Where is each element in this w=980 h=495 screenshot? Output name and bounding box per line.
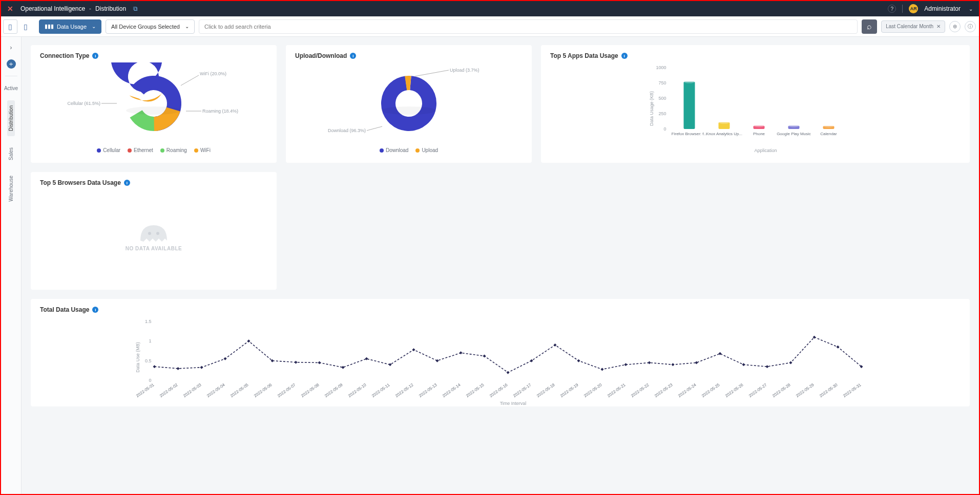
svg-point-29	[788, 124, 800, 127]
svg-text:2022-05-07: 2022-05-07	[277, 382, 297, 398]
svg-text:250: 250	[658, 111, 666, 116]
svg-rect-19	[684, 82, 695, 129]
svg-point-35	[148, 232, 151, 235]
device-group-label: All Device Groups Selected	[111, 24, 180, 30]
svg-text:2022-05-29: 2022-05-29	[795, 382, 815, 398]
add-icon[interactable]: ＋	[7, 59, 16, 69]
svg-text:2022-05-30: 2022-05-30	[819, 382, 839, 398]
info-icon[interactable]: i	[124, 180, 130, 186]
divider	[5, 76, 17, 76]
slice-label-wifi: WiFi (20.0%)	[200, 71, 226, 76]
svg-text:0: 0	[149, 378, 151, 383]
sidebar-item-warehouse[interactable]: Warehouse	[8, 171, 14, 206]
main-content: Connection Type i	[22, 37, 979, 494]
avatar[interactable]: AR	[909, 4, 918, 13]
svg-text:2022-05-13: 2022-05-13	[418, 382, 438, 398]
svg-text:750: 750	[658, 80, 666, 85]
svg-text:2022-05-06: 2022-05-06	[253, 382, 273, 398]
svg-text:2022-05-03: 2022-05-03	[182, 382, 202, 398]
info-icon[interactable]: i	[621, 53, 628, 59]
svg-text:2022-05-11: 2022-05-11	[371, 382, 391, 398]
svg-point-26	[754, 124, 765, 127]
card-title: Top 5 Apps Data Usage	[550, 52, 618, 59]
svg-text:2022-05-08: 2022-05-08	[300, 382, 320, 398]
svg-text:2022-05-09: 2022-05-09	[324, 382, 344, 398]
expand-icon[interactable]: ›	[6, 42, 16, 52]
svg-text:2022-05-10: 2022-05-10	[347, 382, 367, 398]
svg-text:2022-05-27: 2022-05-27	[748, 382, 768, 398]
smartphone-icon[interactable]: ▯	[3, 19, 17, 34]
svg-text:Time Interval: Time Interval	[500, 401, 527, 406]
svg-point-4	[126, 106, 181, 115]
filter-icon[interactable]: ⊜	[949, 21, 961, 32]
search-field[interactable]	[199, 19, 858, 34]
chevron-down-icon: ⌄	[92, 24, 96, 29]
sidebar-item-sales[interactable]: Sales	[8, 143, 14, 164]
no-data-text: NO DATA AVAILABLE	[126, 246, 182, 251]
svg-text:2022-05-05: 2022-05-05	[230, 382, 249, 398]
app-name: Operational Intelligence	[20, 5, 85, 12]
info-icon[interactable]: i	[92, 53, 98, 59]
svg-text:Google Play Music: Google Play Music	[777, 132, 811, 136]
no-data-placeholder: NO DATA AVAILABLE	[40, 189, 267, 282]
bar-chart-top-apps: Data Usage (KB) 02505007501000 Firefox B…	[550, 62, 961, 155]
search-button[interactable]: ⌕	[862, 19, 877, 34]
svg-text:2022-05-25: 2022-05-25	[701, 382, 721, 398]
svg-point-36	[156, 232, 159, 235]
card-total-data-usage: Total Data Usage i Data Use (MB) 00.511.…	[31, 299, 970, 406]
svg-text:Data Usage (KB): Data Usage (KB)	[649, 91, 654, 126]
svg-text:0.5: 0.5	[145, 358, 152, 363]
chevron-down-icon: ⌄	[185, 24, 189, 29]
svg-text:2022-05-22: 2022-05-22	[630, 382, 650, 398]
svg-text:2022-05-20: 2022-05-20	[583, 382, 603, 398]
device-group-select[interactable]: All Device Groups Selected ⌄	[106, 19, 195, 34]
svg-text:0: 0	[663, 126, 666, 132]
chevron-down-icon[interactable]: ⌄	[969, 6, 973, 12]
sidebar-item-distribution[interactable]: Distribution	[7, 100, 15, 136]
svg-text:2022-05-04: 2022-05-04	[206, 382, 226, 398]
card-title: Top 5 Browsers Data Usage	[40, 179, 121, 186]
svg-text:Firefox Browser: f...: Firefox Browser: f...	[672, 132, 707, 136]
card-title: Total Data Usage	[40, 306, 89, 313]
svg-text:2022-05-17: 2022-05-17	[512, 382, 532, 398]
svg-text:2022-05-24: 2022-05-24	[677, 382, 697, 398]
close-icon[interactable]: ✕	[936, 24, 941, 29]
info-icon[interactable]: i	[350, 53, 356, 59]
line-chart-total: Data Use (MB) 00.511.52022-05-012022-05-…	[40, 316, 961, 406]
user-name[interactable]: Administrator	[924, 5, 961, 12]
time-range-pill[interactable]: Last Calendar Month ✕	[881, 20, 945, 33]
svg-text:2022-05-02: 2022-05-02	[159, 382, 179, 398]
slice-label-download: Download (96.3%)	[328, 128, 366, 133]
breadcrumb-sep: -	[89, 5, 91, 12]
svg-text:2022-05-15: 2022-05-15	[465, 382, 485, 398]
bar-chart-icon: ▮▮▮	[45, 23, 54, 30]
card-top-apps: Top 5 Apps Data Usage i Data Usage (KB) …	[541, 45, 970, 163]
info-icon[interactable]: i	[92, 307, 98, 313]
svg-text:2022-05-23: 2022-05-23	[654, 382, 674, 398]
svg-text:500: 500	[658, 96, 666, 101]
slice-label-cellular: Cellular (61.5%)	[67, 101, 100, 106]
svg-line-6	[181, 75, 199, 85]
sidebar-section-header: Active	[4, 83, 18, 93]
svg-text:1.5: 1.5	[145, 319, 152, 324]
svg-point-32	[823, 124, 835, 127]
app-header: ✕ Operational Intelligence - Distributio…	[1, 1, 979, 16]
search-icon: ⌕	[867, 22, 872, 31]
report-select[interactable]: ▮▮▮ Data Usage ⌄	[39, 19, 101, 34]
card-connection-type: Connection Type i	[31, 45, 277, 163]
slice-label-roaming: Roaming (18.4%)	[202, 109, 238, 114]
search-input[interactable]	[204, 24, 852, 30]
toolbar: ▯ ▯ ▮▮▮ Data Usage ⌄ All Device Groups S…	[1, 16, 979, 37]
card-upload-download: Upload/Download i Download (96.3%) Uploa…	[286, 45, 532, 163]
svg-text:2022-05-14: 2022-05-14	[442, 382, 462, 398]
svg-text:Knox Analytics Up...: Knox Analytics Up...	[706, 132, 742, 136]
ghost-icon	[135, 220, 172, 246]
svg-text:2022-05-26: 2022-05-26	[724, 382, 744, 398]
tablet-icon[interactable]: ▯	[18, 19, 33, 34]
svg-line-11	[367, 126, 382, 131]
time-range-label: Last Calendar Month	[886, 24, 933, 29]
svg-text:2022-05-01: 2022-05-01	[135, 382, 155, 398]
help-icon[interactable]: ?	[888, 5, 896, 13]
external-link-icon[interactable]: ⧉	[133, 5, 138, 12]
details-icon[interactable]: ⓘ	[965, 21, 976, 32]
